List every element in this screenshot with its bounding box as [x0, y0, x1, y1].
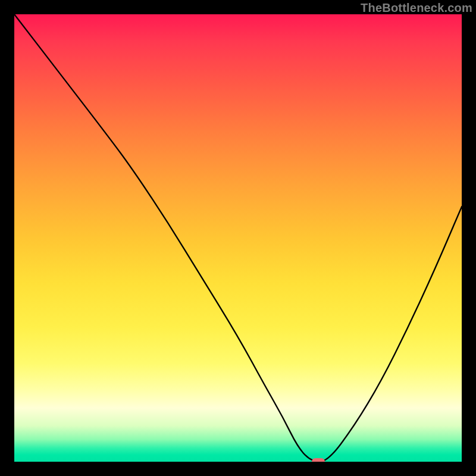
optimal-marker [312, 458, 325, 462]
watermark-label: TheBottleneck.com [361, 1, 472, 15]
plot-area [14, 14, 462, 462]
bottleneck-line [14, 14, 462, 462]
bottleneck-chart: TheBottleneck.com [0, 0, 476, 476]
